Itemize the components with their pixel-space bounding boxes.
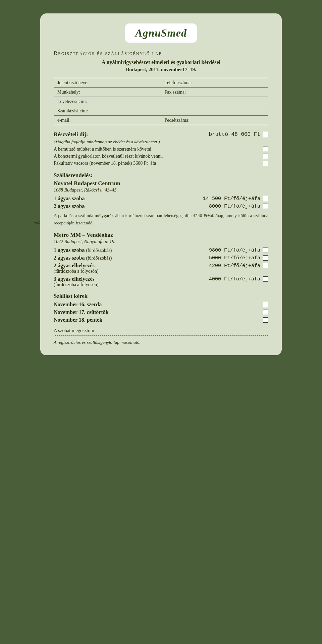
accommodation-section: Szállásrendelés: Novotel Budapest Centru… — [54, 172, 268, 287]
date-checkbox-3[interactable] — [263, 317, 268, 323]
dotted-line — [54, 335, 268, 336]
hotel2-room1-price: 9800 Ft/fő/éj+áfa — [209, 248, 268, 253]
field-label-stamp: Pecsétszáma: — [161, 116, 268, 125]
footer-note: A regisztrációs és szállásigénylő lap má… — [54, 340, 268, 345]
hotel2-room1-row: 1 ágyas szoba (fürdőszobás) 9800 Ft/fő/é… — [54, 247, 268, 253]
page-container: ✂ AgnuSmed Regisztrációs és szállásigény… — [40, 13, 282, 355]
field-label-workplace: Munkahely: — [54, 88, 161, 97]
share-row: A szobát megosztom — [54, 328, 268, 333]
fee-section: Részvételi díj: bruttó 48 000 Ft (Magába… — [54, 131, 268, 166]
option-checkbox-1[interactable] — [263, 147, 268, 152]
option-text-1: A bemutató műtétet a műtőben is szeretné… — [54, 147, 260, 152]
scissors-icon: ✂ — [33, 218, 41, 228]
date-text-3: November 18. péntek — [54, 317, 102, 323]
hotel1-room1-checkbox[interactable] — [263, 196, 268, 201]
hotel1-room1-row: 1 ágyas szoba 14 500 Ft/fő/éj+áfa — [54, 196, 268, 202]
hotel1-room2-checkbox[interactable] — [263, 204, 268, 209]
date-row-3: November 18. péntek — [54, 317, 268, 323]
fee-checkbox[interactable] — [263, 132, 268, 137]
hotel2-room3-price: 4200 Ft/fő/éj+áfa — [209, 263, 268, 269]
field-label-address: Levelezési cím: — [54, 97, 268, 106]
fee-row: Részvételi díj: bruttó 48 000 Ft — [54, 131, 268, 138]
option-text-2: A bonctermi gyakorlaton közvetlenül rész… — [54, 154, 260, 159]
hotel2-room3-checkbox[interactable] — [263, 263, 268, 268]
date-checkbox-2[interactable] — [263, 310, 268, 315]
hotel1-room1-price: 14 500 Ft/fő/éj+áfa — [203, 196, 268, 202]
date-text-1: November 16. szerda — [54, 302, 102, 308]
hotel2-room1-price-text: 9800 Ft/fő/éj+áfa — [209, 248, 260, 253]
date-checkbox-1[interactable] — [263, 302, 268, 307]
hotel2-room4-price-text: 4000 Ft/fő/éj+áfa — [209, 276, 260, 282]
hotel2-room4-label: 3 ágyas elhelyezés — [54, 276, 114, 282]
registration-form: Jelentkező neve: Telefonszáma: Munkahely… — [54, 78, 268, 125]
hotel2-room2-row: 2 ágyas szoba (fürdőszobás) 5000 Ft/fő/é… — [54, 255, 268, 261]
hotel2-room3-price-text: 4200 Ft/fő/éj+áfa — [209, 263, 260, 269]
hotel1-name: Novotel Budapest Centrum — [54, 180, 268, 187]
field-label-phone: Telefonszáma: — [161, 78, 268, 88]
logo-area: AgnuSmed — [54, 23, 268, 43]
hotel2-address: 1072 Budapest, Nagydiófa u. 19. — [54, 239, 268, 245]
logo-text: AgnuSmed — [135, 27, 187, 39]
hotel1-room2-row: 2 ágyas szoba 8000 Ft/fő/éj+áfa — [54, 203, 268, 209]
form-row-billing: Számlázási cím: — [54, 106, 268, 116]
hotel1-room2-label: 2 ágyas szoba — [54, 203, 114, 209]
hotel2-room3-sub: (fürdőszoba a folyosón) — [54, 269, 268, 274]
option-row-2: A bonctermi gyakorlaton közvetlenül rész… — [54, 154, 268, 159]
form-row-email: e-mail: Pecsétszáma: — [54, 116, 268, 125]
hotel2-room2-price: 5000 Ft/fő/éj+áfa — [209, 255, 268, 261]
subtitle-line2: Budapest, 2011. november17–19. — [54, 67, 268, 72]
accommodation-title: Szállásrendelés: — [54, 172, 268, 179]
hotel2-room1-checkbox[interactable] — [263, 248, 268, 253]
date-row-1: November 16. szerda — [54, 302, 268, 308]
date-row-2: November 17. csütörtök — [54, 309, 268, 315]
fee-note: (Magába foglalja mindennap az ebédet és … — [54, 139, 268, 145]
hotel2-room4-sub: (fürdőszoba a folyosón) — [54, 282, 268, 287]
hotel1-room2-price-text: 8000 Ft/fő/éj+áfa — [209, 204, 260, 209]
dates-section: Szállást kérek November 16. szerda Novem… — [54, 293, 268, 323]
main-title: Regisztrációs és szállásigénylő lap — [54, 50, 268, 57]
hotel1-address: 1088 Budapest, Rákóczi u. 43–45. — [54, 187, 268, 193]
form-row-workplace: Munkahely: Fax száma: — [54, 88, 268, 97]
option-checkbox-2[interactable] — [263, 154, 268, 159]
hotel2-room2-checkbox[interactable] — [263, 255, 268, 261]
hotel1-room1-price-text: 14 500 Ft/fő/éj+áfa — [203, 196, 260, 202]
fee-label: Részvételi díj: — [54, 131, 88, 138]
subtitle-line1: A nyálmirigysebészet elméleti és gyakorl… — [54, 59, 268, 65]
parking-note: A parkolás a szálloda mélygarázsában kor… — [54, 212, 268, 226]
field-label-fax: Fax száma: — [161, 88, 268, 97]
option-text-3: Fakultatív vacsora (november 18. péntek)… — [54, 161, 260, 166]
option-checkbox-3[interactable] — [263, 161, 268, 166]
fee-amount: bruttó 48 000 Ft — [209, 131, 260, 138]
hotel2-name: Metro MM – Vendégház — [54, 232, 268, 238]
hotel2-room3-row: 2 ágyas elhelyezés 4200 Ft/fő/éj+áfa — [54, 263, 268, 269]
fee-value: bruttó 48 000 Ft — [209, 131, 268, 138]
hotel1-room1-label: 1 ágyas szoba — [54, 196, 114, 202]
hotel2-room2-label: 2 ágyas szoba (fürdőszobás) — [54, 255, 114, 261]
option-row-1: A bemutató műtétet a műtőben is szeretné… — [54, 147, 268, 152]
form-row-name: Jelentkező neve: Telefonszáma: — [54, 78, 268, 88]
field-label-email: e-mail: — [54, 116, 161, 125]
dates-title: Szállást kérek — [54, 293, 268, 300]
option-row-3: Fakultatív vacsora (november 18. péntek)… — [54, 161, 268, 166]
hotel2-room1-label: 1 ágyas szoba (fürdőszobás) — [54, 247, 114, 253]
form-row-address: Levelezési cím: — [54, 97, 268, 106]
share-text: A szobát megosztom — [54, 328, 94, 333]
hotel1-room2-price: 8000 Ft/fő/éj+áfa — [209, 204, 268, 209]
field-label-name: Jelentkező neve: — [54, 78, 161, 88]
hotel2-room3-label: 2 ágyas elhelyezés — [54, 263, 114, 269]
hotel2-room4-price: 4000 Ft/fő/éj+áfa — [209, 276, 268, 282]
hotel2-room2-price-text: 5000 Ft/fő/éj+áfa — [209, 255, 260, 261]
date-text-2: November 17. csütörtök — [54, 309, 109, 315]
hotel2-room4-row: 3 ágyas elhelyezés 4000 Ft/fő/éj+áfa — [54, 276, 268, 282]
field-label-billing: Számlázási cím: — [54, 106, 268, 116]
logo-box: AgnuSmed — [125, 23, 197, 43]
hotel2-room4-checkbox[interactable] — [263, 276, 268, 282]
